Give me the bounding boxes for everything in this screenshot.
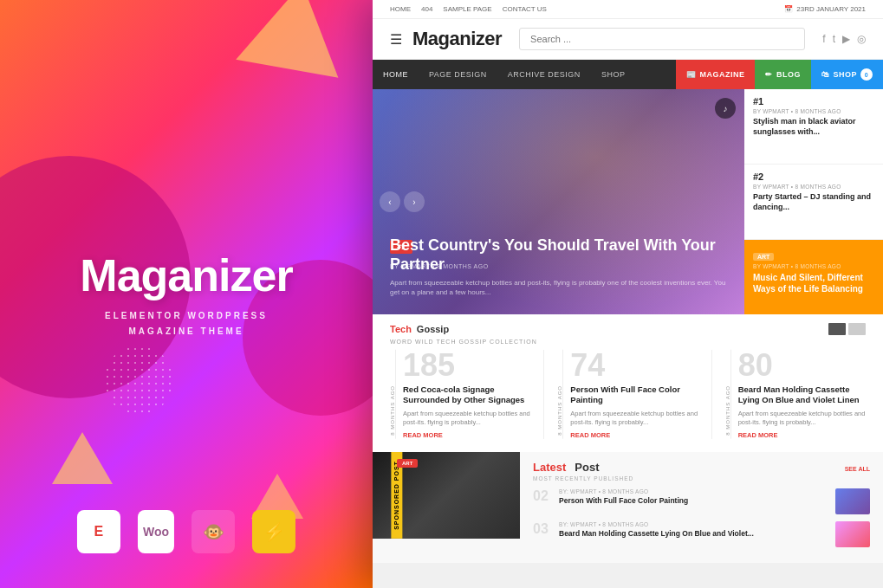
woo-icon: Woo	[138, 510, 174, 553]
facebook-icon[interactable]: f	[822, 33, 825, 45]
nav-shop[interactable]: SHOP	[591, 61, 636, 87]
cart-count: 0	[860, 68, 873, 81]
article-2-read-more[interactable]: Read More	[570, 431, 698, 439]
latest-03-num: 03	[533, 521, 552, 537]
nav-shop-badge[interactable]: 🛍 SHOP 0	[811, 60, 883, 89]
grid-view-btn[interactable]	[828, 323, 846, 335]
side-item-3-title: Music And Silent, Different Ways of the …	[753, 272, 874, 294]
article-3-title: Beard Man Holding Cassette Lying On Blue…	[738, 384, 866, 406]
side-item-1-meta: BY WPMART • 8 MONTHS AGO	[753, 108, 874, 114]
topbar-nav-home[interactable]: HOME	[390, 5, 411, 13]
latest-03-meta: BY: WPMART • 8 MONTHS AGO	[559, 521, 828, 527]
hero-section: ‹ › ♪ #1 BY WPMART • 8 MONTHS AGO Best C…	[373, 89, 883, 314]
youtube-icon[interactable]: ▶	[842, 33, 850, 45]
hero-music-icon: ♪	[715, 98, 736, 119]
article-3-read-more[interactable]: Read More	[738, 431, 866, 439]
bottom-section: SPONSORED POST ART Latest Post SEE ALL M…	[373, 452, 883, 563]
header-left: ☰ Maganizer	[390, 28, 502, 50]
section-tags: Tech Gossip	[390, 324, 449, 334]
article-3-sidebar-label: 8 MONTHS AGO	[725, 350, 731, 439]
wp-preview: HOME 404 SAMPLE PAGE CONTACT US 📅 23RD J…	[373, 0, 883, 588]
article-1-body: 185 Red Coca-cola Signage Surrounded by …	[403, 350, 530, 439]
nav-right-badges: 📰 MAGAZINE ✏ BLOG 🛍 SHOP 0	[676, 60, 883, 89]
latest-03-content: BY: WPMART • 8 MONTHS AGO Beard Man Hold…	[559, 521, 828, 539]
side-item-1-num: #1	[753, 96, 874, 107]
side-item-2-title: Party Started – DJ standing and dancing.…	[753, 192, 874, 212]
side-item-3-meta: BY WPMART • 8 MONTHS AGO	[753, 263, 874, 269]
latest-02-title: Person With Full Face Color Painting	[559, 496, 828, 506]
article-1-sidebar-label: 8 MONTHS AGO	[390, 350, 396, 439]
hero-side-item-1[interactable]: #1 BY WPMART • 8 MONTHS AGO Stylish man …	[744, 89, 883, 165]
hero-prev-arrow[interactable]: ‹	[380, 191, 400, 212]
hero-side-item-3[interactable]: ART BY WPMART • 8 MONTHS AGO Music And S…	[744, 240, 883, 314]
brand-tagline: ELEMENTOR WORDPRESS MAGAZINE THEME	[80, 308, 292, 339]
side-item-2-num: #2	[753, 171, 874, 182]
topbar-nav: HOME 404 SAMPLE PAGE CONTACT US	[390, 5, 547, 13]
hero-title: Best Country's You Should Travel With Yo…	[390, 236, 727, 274]
topbar-date: 📅 23RD JANUARY 2021	[784, 5, 866, 13]
social-icons: f t ▶ ◎	[822, 33, 866, 45]
search-input[interactable]	[519, 28, 805, 50]
article-2-excerpt: Apart from squeezeable ketchup bottles a…	[570, 410, 698, 428]
article-2-num: 74	[570, 350, 698, 381]
article-3-excerpt: Apart from squeezeable ketchup bottles a…	[738, 410, 866, 428]
latest-item-02: 02 BY: WPMART • 8 MONTHS AGO Person With…	[533, 488, 870, 514]
hamburger-menu[interactable]: ☰	[390, 31, 402, 48]
nav-blog-badge[interactable]: ✏ BLOG	[755, 60, 811, 89]
instagram-icon[interactable]: ◎	[857, 33, 866, 45]
latest-02-thumb	[835, 488, 870, 514]
sponsored-post: SPONSORED POST ART	[373, 452, 520, 539]
nav-page-design[interactable]: PAGE DESIGN	[419, 61, 497, 87]
nav-archive-design[interactable]: ARCHIVE DESIGN	[497, 61, 591, 87]
divider-1	[543, 350, 544, 439]
article-2-title: Person With Full Face Color Painting	[570, 384, 698, 406]
latest-02-meta: BY: WPMART • 8 MONTHS AGO	[559, 488, 828, 494]
decorative-triangle-bottom-left	[52, 432, 113, 484]
article-3-num: 80	[738, 350, 866, 381]
wp-header: ☰ Maganizer f t ▶ ◎	[373, 19, 883, 60]
hero-sidebar: #1 BY WPMART • 8 MONTHS AGO Stylish man …	[744, 89, 883, 314]
decorative-dots	[104, 346, 173, 415]
article-1-excerpt: Apart from squeezeable ketchup bottles a…	[403, 410, 530, 428]
topbar-nav-contact[interactable]: CONTACT US	[503, 5, 547, 13]
latest-02-num: 02	[533, 488, 552, 504]
hero-side-item-2[interactable]: #2 BY WPMART • 8 MONTHS AGO Party Starte…	[744, 165, 883, 240]
nav-magazine-badge[interactable]: 📰 MAGAZINE	[676, 60, 756, 89]
article-2-body: 74 Person With Full Face Color Painting …	[570, 350, 698, 439]
plugin-icons: E Woo 🐵 ⚡	[77, 510, 295, 553]
side-item-2-meta: BY WPMART • 8 MONTHS AGO	[753, 184, 874, 190]
side-item-1-title: Stylish man in black aviator sunglasses …	[753, 117, 874, 137]
latest-header: Latest Post SEE ALL	[533, 461, 870, 474]
see-all-link[interactable]: SEE ALL	[845, 466, 870, 472]
magazine-icon: 📰	[686, 70, 697, 79]
article-item-1: 8 MONTHS AGO 185 Red Coca-cola Signage S…	[390, 350, 530, 439]
topbar-nav-404[interactable]: 404	[421, 5, 432, 13]
latest-02-content: BY: WPMART • 8 MONTHS AGO Person With Fu…	[559, 488, 828, 506]
hero-next-arrow[interactable]: ›	[404, 191, 425, 212]
hero-excerpt: Apart from squeezeable ketchup bottles a…	[390, 278, 727, 297]
bolt-icon: ⚡	[252, 510, 295, 553]
tech-tag: Tech	[390, 324, 412, 334]
article-grid: 8 MONTHS AGO 185 Red Coca-cola Signage S…	[373, 350, 883, 452]
article-item-2: 8 MONTHS AGO 74 Person With Full Face Co…	[557, 350, 698, 439]
latest-sublabel: MOST RECENTLY PUBLISHED	[533, 475, 870, 481]
decorative-triangle-top	[236, 0, 354, 78]
article-2-sidebar-label: 8 MONTHS AGO	[557, 350, 563, 439]
latest-post-section: Latest Post SEE ALL MOST RECENTLY PUBLIS…	[520, 452, 883, 563]
view-toggle	[828, 323, 866, 335]
nav-home[interactable]: HOME	[373, 61, 419, 87]
blog-icon: ✏	[765, 70, 773, 79]
side-item-3-tag: ART	[753, 253, 774, 261]
mailchimp-icon: 🐵	[192, 510, 235, 553]
twitter-icon[interactable]: t	[833, 33, 835, 45]
article-1-num: 185	[403, 350, 530, 381]
sponsored-art-tag: ART	[397, 459, 418, 468]
list-view-btn[interactable]	[848, 323, 866, 335]
topbar-nav-sample[interactable]: SAMPLE PAGE	[443, 5, 491, 13]
calendar-icon: 📅	[784, 5, 793, 13]
left-content: Maganizer ELEMENTOR WORDPRESS MAGAZINE T…	[80, 249, 292, 339]
wp-mainnav: HOME PAGE DESIGN ARCHIVE DESIGN SHOP 📰 M…	[373, 60, 883, 89]
article-3-body: 80 Beard Man Holding Cassette Lying On B…	[738, 350, 866, 439]
divider-2	[711, 350, 712, 439]
article-1-read-more[interactable]: Read More	[403, 431, 530, 439]
